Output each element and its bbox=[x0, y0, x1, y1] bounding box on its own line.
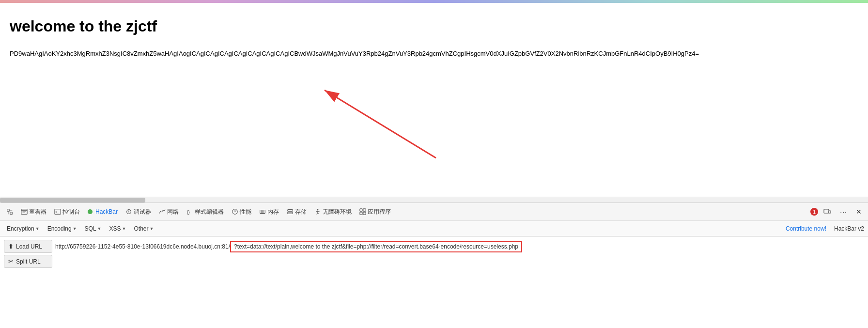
pick-icon bbox=[6, 208, 13, 215]
url-action-buttons: ⬆ Load URL ✂ Split URL bbox=[4, 240, 52, 268]
memory-label: 内存 bbox=[267, 208, 279, 216]
encoded-text: PD9waHAgIAoKY2xhc3MgRmxhZ3NsgIC8vZmxhZ5w… bbox=[10, 50, 858, 57]
hackbar-label: HackBar bbox=[95, 208, 118, 215]
storage-icon bbox=[287, 208, 294, 215]
devtools-inspector-btn[interactable]: 查看器 bbox=[17, 206, 50, 218]
network-label: 网络 bbox=[167, 208, 179, 216]
svg-point-25 bbox=[317, 209, 319, 210]
style-icon: {} bbox=[186, 208, 193, 215]
inspector-label: 查看器 bbox=[29, 208, 46, 216]
encoding-menu[interactable]: Encoding ▼ bbox=[45, 224, 80, 234]
devtools-memory-btn[interactable]: 内存 bbox=[256, 206, 282, 218]
debugger-label: 调试器 bbox=[134, 208, 151, 216]
svg-text:{}: {} bbox=[187, 210, 190, 215]
svg-rect-30 bbox=[360, 209, 362, 211]
devtools-hackbar-btn[interactable]: HackBar bbox=[84, 206, 121, 217]
url-highlighted-part: ?text=data://text/plain,welcome to the z… bbox=[230, 241, 522, 252]
console-icon: >_ bbox=[54, 208, 61, 215]
performance-icon bbox=[232, 208, 238, 215]
svg-rect-3 bbox=[10, 212, 12, 214]
page-title: welcome to the zjctf bbox=[10, 17, 858, 35]
network-icon bbox=[159, 208, 166, 215]
responsive-icon bbox=[823, 208, 831, 216]
more-dots: ··· bbox=[840, 208, 847, 216]
devtools-network-btn[interactable]: 网络 bbox=[155, 206, 182, 218]
hackbar-version: HackBar v2 bbox=[834, 225, 864, 232]
xss-chevron: ▼ bbox=[122, 226, 126, 231]
other-label: Other bbox=[134, 225, 148, 232]
xss-menu[interactable]: XSS ▼ bbox=[107, 224, 129, 234]
encoding-label: Encoding bbox=[47, 225, 72, 232]
console-label: 控制台 bbox=[62, 208, 80, 216]
debugger-icon bbox=[125, 208, 132, 215]
encryption-chevron: ▼ bbox=[35, 226, 40, 231]
svg-point-14 bbox=[128, 212, 129, 213]
svg-rect-31 bbox=[363, 209, 366, 211]
sql-label: SQL bbox=[85, 225, 96, 232]
main-content: welcome to the zjctf PD9waHAgIAoKY2xhc3M… bbox=[0, 3, 868, 197]
inspector-icon bbox=[21, 208, 28, 215]
devtools-debugger-btn[interactable]: 调试器 bbox=[122, 206, 155, 218]
memory-icon bbox=[259, 208, 266, 215]
split-url-button[interactable]: ✂ Split URL bbox=[4, 255, 52, 268]
devtools-storage-btn[interactable]: 存储 bbox=[283, 206, 310, 218]
devtools-toolbar: 查看器 >_ 控制台 HackBar 调试器 网络 {} 样式编辑器 bbox=[0, 203, 868, 221]
url-plain-part: http://65759226-1152-4e55-810e-13f06619d… bbox=[55, 243, 230, 250]
devtools-accessibility-btn[interactable]: 无障碍环境 bbox=[311, 206, 355, 218]
url-area: ⬆ Load URL ✂ Split URL http://65759226-1… bbox=[0, 236, 868, 280]
svg-rect-24 bbox=[288, 212, 293, 214]
error-badge: 1 bbox=[810, 208, 818, 216]
url-input-container: http://65759226-1152-4e55-810e-13f06619d… bbox=[55, 240, 864, 252]
encoding-chevron: ▼ bbox=[73, 226, 77, 231]
other-chevron: ▼ bbox=[149, 226, 154, 231]
devtools-more-btn[interactable]: ··· bbox=[837, 206, 851, 218]
sql-menu[interactable]: SQL ▼ bbox=[82, 224, 105, 234]
contribute-link[interactable]: Contribute now! bbox=[786, 225, 826, 232]
application-icon bbox=[359, 208, 366, 215]
close-icon: ✕ bbox=[856, 208, 862, 216]
storage-label: 存储 bbox=[295, 208, 307, 216]
svg-line-1 bbox=[325, 90, 436, 158]
url-full-display: http://65759226-1152-4e55-810e-13f06619d… bbox=[55, 241, 864, 252]
sql-chevron: ▼ bbox=[97, 226, 102, 231]
accessibility-label: 无障碍环境 bbox=[323, 208, 352, 216]
svg-rect-2 bbox=[7, 209, 9, 211]
load-url-icon: ⬆ bbox=[8, 243, 14, 250]
svg-rect-33 bbox=[363, 212, 366, 215]
horizontal-scrollbar[interactable] bbox=[0, 197, 868, 203]
devtools-perf-btn[interactable]: 性能 bbox=[228, 206, 255, 218]
red-arrow-annotation bbox=[0, 51, 868, 197]
encryption-menu[interactable]: Encryption ▼ bbox=[4, 224, 43, 234]
application-label: 应用程序 bbox=[368, 208, 391, 216]
svg-rect-23 bbox=[288, 210, 293, 212]
other-menu[interactable]: Other ▼ bbox=[131, 224, 156, 234]
devtools-application-btn[interactable]: 应用程序 bbox=[356, 206, 394, 218]
devtools-pick-button[interactable] bbox=[3, 206, 16, 217]
devtools-close-btn[interactable]: ✕ bbox=[852, 206, 865, 218]
perf-label: 性能 bbox=[240, 208, 251, 216]
xss-label: XSS bbox=[109, 225, 121, 232]
scroll-thumb[interactable] bbox=[0, 198, 145, 203]
split-url-icon: ✂ bbox=[8, 258, 14, 265]
svg-rect-35 bbox=[829, 211, 831, 213]
devtools-right-controls: 1 ··· ✕ bbox=[810, 206, 865, 218]
encryption-label: Encryption bbox=[7, 225, 34, 232]
hackbar-menu-row: Encryption ▼ Encoding ▼ SQL ▼ XSS ▼ Othe… bbox=[0, 221, 868, 236]
svg-line-29 bbox=[318, 213, 319, 215]
devtools-console-btn[interactable]: >_ 控制台 bbox=[51, 206, 83, 218]
svg-text:>_: >_ bbox=[55, 210, 59, 214]
load-url-button[interactable]: ⬆ Load URL bbox=[4, 240, 52, 253]
devtools-responsive-btn[interactable] bbox=[820, 206, 835, 218]
accessibility-icon bbox=[314, 208, 321, 215]
load-url-label: Load URL bbox=[16, 243, 42, 250]
devtools-style-btn[interactable]: {} 样式编辑器 bbox=[183, 206, 227, 218]
style-label: 样式编辑器 bbox=[195, 208, 224, 216]
split-url-label: Split URL bbox=[16, 258, 41, 265]
svg-rect-32 bbox=[360, 212, 362, 215]
svg-rect-34 bbox=[824, 209, 829, 213]
svg-line-28 bbox=[316, 213, 318, 215]
hackbar-active-dot bbox=[88, 209, 93, 214]
